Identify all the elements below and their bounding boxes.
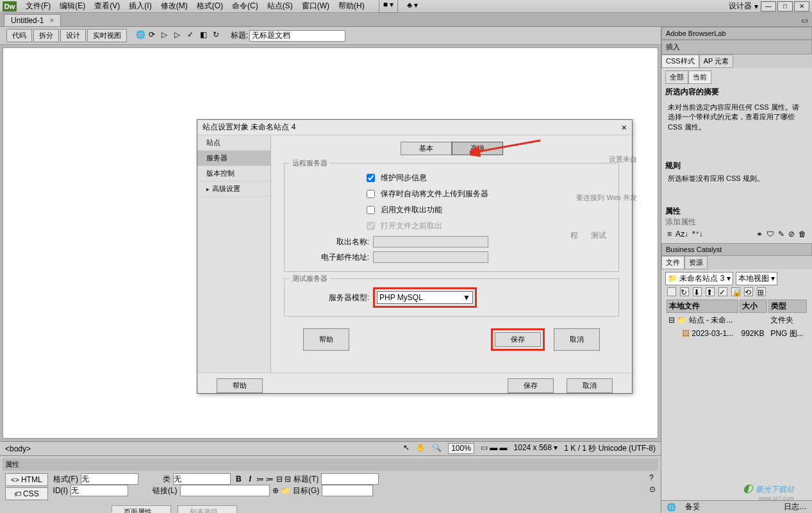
- screen-icon[interactable]: ▭ ▬ ▬: [481, 443, 508, 454]
- tab-basic[interactable]: 基本: [401, 142, 452, 155]
- dialog-titlebar[interactable]: 站点设置对象 未命名站点 4 ×: [197, 120, 632, 135]
- bc-panel[interactable]: Business Catalyst: [661, 243, 812, 256]
- css-current-tab[interactable]: 当前: [688, 71, 711, 84]
- disable-icon[interactable]: ⊘: [788, 230, 795, 239]
- minimize-button[interactable]: —: [761, 1, 776, 12]
- document-tab[interactable]: Untitled-1 ×: [4, 14, 61, 26]
- edit-icon[interactable]: ✎: [778, 230, 784, 239]
- browserlab-panel[interactable]: Adobe BrowserLab: [661, 27, 812, 40]
- inner-save-button[interactable]: 保存: [495, 332, 541, 347]
- files-tab[interactable]: 文件: [661, 256, 684, 269]
- globe-icon[interactable]: 🌐: [136, 30, 147, 42]
- title-attr-input[interactable]: [321, 473, 379, 485]
- tab-close[interactable]: ×: [49, 16, 54, 25]
- site-select[interactable]: 📁 未命名站点 3 ▾: [665, 272, 733, 285]
- link-input[interactable]: [180, 485, 270, 496]
- chk-sync[interactable]: [367, 174, 375, 182]
- format-select[interactable]: 无: [81, 473, 138, 485]
- css-all-tab[interactable]: 全部: [665, 71, 688, 84]
- chk-auto-upload[interactable]: [367, 190, 375, 198]
- check-icon[interactable]: ✓: [187, 30, 199, 42]
- live-view-button[interactable]: 实时视图: [87, 29, 127, 42]
- col-type[interactable]: 类型: [768, 299, 807, 313]
- dialog-close[interactable]: ×: [622, 122, 627, 133]
- menu-site[interactable]: 站点(S): [263, 0, 297, 13]
- bold-button[interactable]: B: [233, 475, 244, 484]
- refresh-files-icon[interactable]: ↻: [680, 287, 689, 296]
- inner-cancel-button[interactable]: 取消: [554, 328, 600, 351]
- menu-format[interactable]: 格式(O): [193, 0, 227, 13]
- link-target-icon[interactable]: ⊕ 📁: [272, 486, 290, 495]
- insert-panel[interactable]: 插入: [661, 40, 812, 55]
- layout-icon[interactable]: ♣ ▾: [403, 0, 422, 13]
- table-row[interactable]: 🖼 2023-03-1... 992KBPNG 图...: [667, 328, 807, 340]
- put-icon[interactable]: ⬆: [706, 287, 715, 296]
- get-icon[interactable]: ⬇: [693, 287, 702, 296]
- az-icon[interactable]: Aᴢ↓: [675, 230, 688, 239]
- hand-icon[interactable]: ✋: [416, 443, 426, 454]
- menu-window[interactable]: 窗口(W): [298, 0, 333, 13]
- css-styles-tab[interactable]: CSS样式: [661, 55, 699, 68]
- target-input[interactable]: [322, 485, 373, 496]
- resources-tab[interactable]: 资源: [684, 256, 708, 269]
- sidebar-item-server[interactable]: 服务器: [197, 151, 270, 166]
- workspace-switcher[interactable]: 设计器: [729, 1, 752, 12]
- cascade-icon[interactable]: ≡: [667, 230, 672, 239]
- close-button[interactable]: ✕: [794, 1, 809, 12]
- add-property[interactable]: 添加属性: [665, 217, 808, 228]
- sort-icon[interactable]: *⁺↓: [692, 230, 703, 239]
- menu-file[interactable]: 文件(F): [22, 0, 54, 13]
- ap-elements-tab[interactable]: AP 元素: [699, 55, 734, 68]
- dimensions[interactable]: 1024 x 568 ▾: [514, 443, 558, 454]
- list-buttons[interactable]: ≔ ≔ ⊟ ⊟: [256, 475, 291, 484]
- reload-icon[interactable]: ↻: [213, 30, 224, 42]
- search-icon[interactable]: ■ ▾: [379, 0, 399, 13]
- class-select[interactable]: 无: [173, 473, 231, 485]
- expand-icon[interactable]: ⊞: [757, 287, 766, 296]
- css-mode-button[interactable]: 🏷 CSS: [5, 487, 48, 500]
- chk-checkout[interactable]: [367, 206, 375, 214]
- page-props-button[interactable]: 页面属性…: [112, 505, 171, 513]
- table-row[interactable]: ⊟ 📁 站点 - 未命... 文件夹: [667, 314, 807, 326]
- visual-icon[interactable]: ◧: [200, 30, 211, 42]
- zoom-icon[interactable]: 🔍: [432, 443, 442, 454]
- menu-view[interactable]: 查看(V): [90, 0, 124, 13]
- panel-options-icon[interactable]: ⊙: [649, 485, 656, 494]
- nav-icon[interactable]: ▷: [162, 30, 173, 42]
- refresh-icon[interactable]: ⟳: [149, 30, 160, 42]
- menu-help[interactable]: 帮助(H): [335, 0, 369, 13]
- col-file[interactable]: 本地文件: [667, 299, 738, 313]
- properties-header[interactable]: 属性: [3, 458, 658, 471]
- sidebar-item-site[interactable]: 站点: [197, 135, 270, 151]
- title-input[interactable]: [249, 30, 345, 42]
- id-select[interactable]: 无: [70, 485, 128, 496]
- tag-selector[interactable]: <body>: [5, 444, 31, 453]
- trash-icon[interactable]: 🗑: [799, 230, 806, 239]
- menu-insert[interactable]: 插入(I): [125, 0, 155, 13]
- zoom-value[interactable]: 100%: [448, 443, 474, 454]
- menu-modify[interactable]: 修改(M): [157, 0, 192, 13]
- maximize-button[interactable]: □: [777, 1, 793, 12]
- log-link[interactable]: 日志…: [784, 501, 807, 512]
- help-button[interactable]: 帮助: [217, 378, 263, 393]
- split-view-button[interactable]: 拆分: [33, 29, 59, 42]
- tab-panel-toggle[interactable]: ▭: [797, 15, 812, 26]
- sidebar-item-advanced[interactable]: 高级设置: [197, 181, 270, 197]
- checkout-icon[interactable]: ✓: [718, 287, 727, 296]
- menu-edit[interactable]: 编辑(E): [56, 0, 89, 13]
- server-model-select[interactable]: PHP MySQL▼: [377, 291, 473, 304]
- col-size[interactable]: 大小: [740, 299, 768, 313]
- sidebar-item-version[interactable]: 版本控制: [197, 166, 270, 181]
- italic-button[interactable]: I: [247, 475, 254, 484]
- options-icon[interactable]: ▷: [174, 30, 186, 42]
- help-icon[interactable]: ?: [649, 473, 656, 482]
- inner-help-button[interactable]: 帮助: [303, 328, 349, 351]
- view-select[interactable]: 本地视图 ▾: [736, 272, 777, 285]
- cancel-button[interactable]: 取消: [567, 378, 613, 393]
- link-icon[interactable]: ⚭: [756, 230, 763, 239]
- sync-icon[interactable]: ⟲: [744, 287, 753, 296]
- save-button[interactable]: 保存: [508, 378, 554, 393]
- connect-icon[interactable]: [667, 287, 676, 296]
- checkin-icon[interactable]: 🔒: [731, 287, 740, 296]
- code-view-button[interactable]: 代码: [6, 29, 32, 42]
